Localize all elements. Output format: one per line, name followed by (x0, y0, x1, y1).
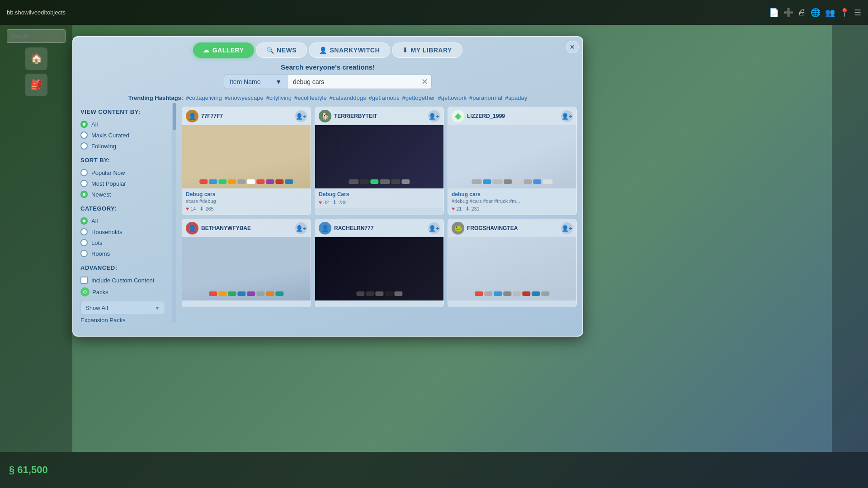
tab-library[interactable]: ⬇ My Library (392, 42, 462, 58)
heart-count-2: 32 (323, 200, 329, 205)
car-1 (199, 179, 208, 184)
top-icon-map: 📍 (840, 8, 849, 18)
content-area: View Content By: All Maxis Curated Follo… (73, 103, 582, 323)
car-3-3 (492, 179, 502, 184)
tab-profile[interactable]: 👤 SnarkyWitch (309, 42, 390, 58)
heart-icon-2: ♥ (319, 199, 322, 206)
car-4 (228, 179, 236, 184)
filter-all-category[interactable]: All (80, 216, 165, 226)
card-footer-1: Debug cars #cars #debug ♥ 14 ⬇ 265 (182, 188, 311, 215)
filter-custom-content[interactable]: Include Custom Content (80, 275, 165, 286)
hashtag-spaday[interactable]: #spaday (505, 94, 527, 101)
car-3-2 (483, 179, 491, 184)
gallery-dialog: ✕ ☁ Gallery 🔍 News 👤 SnarkyWitch ⬇ My Li… (72, 36, 583, 337)
car-3-1 (472, 179, 481, 184)
results-area: 👤 77F77F7 👤+ (176, 103, 582, 323)
car-4-2 (218, 291, 226, 296)
hashtag-gettogether[interactable]: #gettogether (402, 94, 435, 101)
car-3-4 (504, 179, 512, 184)
filter-following[interactable]: Following (80, 141, 165, 151)
car-4-1 (209, 291, 217, 296)
hashtag-gettowork[interactable]: #gettowork (438, 94, 467, 101)
filter-rooms[interactable]: Rooms (80, 248, 165, 259)
filter-lots[interactable]: Lots (80, 237, 165, 248)
trending-label: Trending Hashtags: (128, 94, 183, 101)
filter-packs[interactable]: ⚙ Packs (80, 286, 165, 298)
show-all-dropdown[interactable]: Show All ▼ (80, 301, 165, 315)
hashtag-catsanddogs[interactable]: #catsanddogs (330, 94, 366, 101)
follow-btn-1[interactable]: 👤+ (295, 110, 307, 122)
card-stats-3: ♥ 21 ⬇ 231 (452, 206, 573, 212)
hashtag-snowyescape[interactable]: #snowyescape (225, 94, 264, 101)
filter-households[interactable]: Households (80, 226, 165, 237)
car-2 (209, 179, 217, 184)
clear-search-button[interactable]: ✕ (421, 77, 428, 87)
car-5-5 (394, 291, 402, 296)
radio-rooms (80, 250, 88, 257)
filter-lots-label: Lots (91, 239, 103, 246)
follow-btn-2[interactable]: 👤+ (428, 110, 440, 122)
avatar-77f77f7: 👤 (186, 110, 198, 122)
hashtag-paranormal[interactable]: #paranormal (469, 94, 502, 101)
filter-popular-now[interactable]: Popular Now (80, 167, 165, 178)
search-type-label: Item Name (230, 78, 260, 85)
news-tab-label: News (277, 47, 297, 54)
hashtag-cottageliving[interactable]: #cottageliving (186, 94, 222, 101)
search-type-select[interactable]: Item Name ▼ (224, 75, 287, 89)
card-header-1: 👤 77F77F7 👤+ (182, 107, 311, 125)
result-card-4: 👤 BETHANYWFYBAE 👤+ (182, 219, 311, 307)
username-bethan: BETHANYWFYBAE (201, 225, 292, 231)
card-image-4 (182, 237, 311, 300)
top-bar-icons: 📄 ➕ 🖨 🌐 👥 📍 ☰ (769, 8, 861, 18)
sort-by-title: Sort By: (80, 157, 165, 164)
radio-all-view (80, 121, 88, 128)
top-icon-1: 📄 (769, 8, 779, 18)
filter-newest[interactable]: Newest (80, 189, 165, 200)
card-header-4: 👤 BETHANYWFYBAE 👤+ (182, 219, 311, 237)
car-visual-6 (458, 291, 566, 296)
card-title-2[interactable]: Debug Cars (319, 191, 440, 197)
car-visual-4 (192, 291, 301, 296)
tab-news[interactable]: 🔍 News (256, 42, 307, 58)
filter-maxis-curated[interactable]: Maxis Curated (80, 130, 165, 141)
filter-households-label: Households (91, 229, 123, 235)
top-icon-menu: ☰ (854, 8, 861, 18)
top-bar: bb.showliveeditobjects 📄 ➕ 🖨 🌐 👥 📍 ☰ (0, 0, 868, 25)
left-icon-2[interactable]: 🎒 (25, 74, 47, 96)
filter-all-view[interactable]: All (80, 119, 165, 130)
left-panel: 🏠 🎒 (0, 25, 72, 452)
follow-btn-3[interactable]: 👤+ (561, 110, 573, 122)
search-field[interactable] (287, 75, 432, 89)
follow-btn-4[interactable]: 👤+ (295, 222, 307, 234)
car-4-8 (275, 291, 283, 296)
hashtag-getfamous[interactable]: #getfamous (369, 94, 400, 101)
follow-btn-5[interactable]: 👤+ (428, 222, 440, 234)
left-icon-1[interactable]: 🏠 (25, 47, 47, 70)
close-button[interactable]: ✕ (566, 41, 579, 53)
car-5-3 (375, 291, 383, 296)
sidebar-scrollbar[interactable] (173, 103, 176, 323)
card-title-3[interactable]: debug cars (452, 191, 573, 197)
search-input[interactable] (7, 29, 66, 43)
avatar-frogs: 🐸 (452, 222, 464, 235)
filter-following-label: Following (91, 143, 116, 150)
search-prompt: Search everyone's creations! (73, 63, 582, 71)
follow-btn-6[interactable]: 👤+ (561, 222, 573, 234)
car-5-4 (385, 291, 393, 296)
tab-gallery[interactable]: ☁ Gallery (193, 42, 254, 58)
card-title-1[interactable]: Debug cars (186, 191, 307, 197)
hashtag-cityliving[interactable]: #cityliving (266, 94, 292, 101)
filter-most-popular[interactable]: Most Popular (80, 178, 165, 189)
profile-tab-icon: 👤 (319, 47, 327, 54)
expansion-packs-label: Expansion Packs (80, 315, 165, 323)
category-title: Category: (80, 205, 165, 212)
card-stats-2: ♥ 32 ⬇ 238 (319, 199, 440, 206)
bottom-hud: § 61,500 (0, 452, 868, 488)
card-image-5 (315, 237, 443, 300)
hashtag-ecolifestyle[interactable]: #ecolifestyle (294, 94, 327, 101)
library-tab-label: My Library (411, 47, 452, 54)
filter-most-popular-label: Most Popular (91, 180, 126, 187)
download-icon-3: ⬇ (465, 206, 470, 212)
avatar-rachel: 👤 (319, 222, 331, 235)
car-visual-5 (325, 291, 434, 296)
